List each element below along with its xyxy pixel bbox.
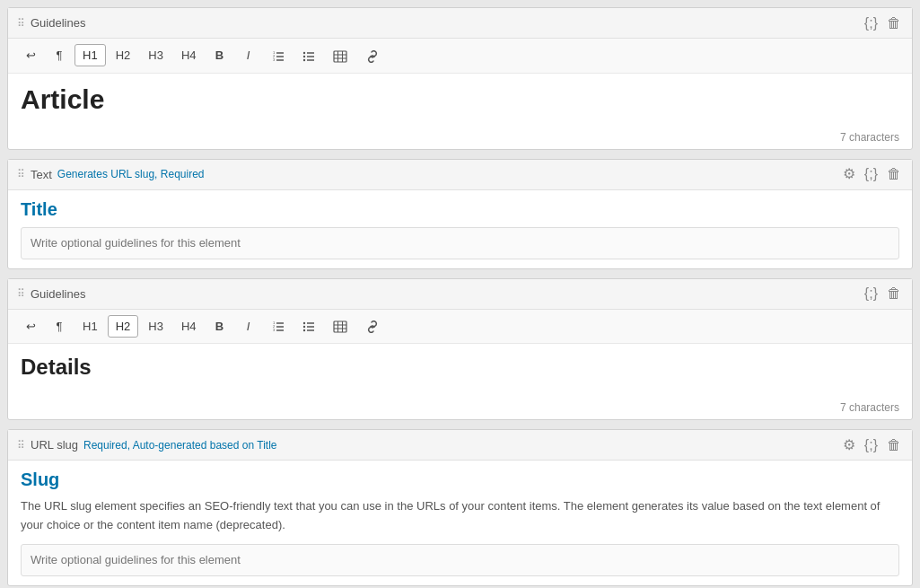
block-header-2: ⠿ Text Generates URL slug, Required ⚙ {;… xyxy=(8,160,912,190)
block-label-2: Text xyxy=(31,168,52,181)
svg-point-27 xyxy=(302,326,304,328)
block-label-4: URL slug xyxy=(31,438,78,452)
undo-button[interactable]: ↩ xyxy=(17,44,44,66)
italic-button[interactable]: I xyxy=(235,44,262,66)
drag-handle[interactable]: ⠿ xyxy=(17,17,25,30)
code-variable-icon-2[interactable]: {;} xyxy=(863,165,880,183)
slug-title: Slug xyxy=(21,470,899,490)
block-label: Guidelines xyxy=(31,16,85,30)
block-actions-2: ⚙ {;} 🗑 xyxy=(841,165,903,183)
toolbar-2: ↩ ¶ H1 H2 H3 H4 B I 1 2 3 xyxy=(8,310,912,345)
block-meta-4: Required, Auto-generated based on Title xyxy=(83,439,276,452)
h2-button-2[interactable]: H2 xyxy=(108,315,139,338)
drag-handle-3[interactable]: ⠿ xyxy=(17,287,25,300)
unordered-list-button[interactable] xyxy=(294,44,323,67)
settings-icon-2[interactable]: ⚙ xyxy=(841,165,857,183)
h4-button[interactable]: H4 xyxy=(173,44,205,66)
code-variable-icon[interactable]: {;} xyxy=(863,14,880,32)
slug-description: The URL slug element specifies an SEO-fr… xyxy=(21,497,899,535)
h3-button[interactable]: H3 xyxy=(140,44,171,66)
block-meta-2: Generates URL slug, Required xyxy=(57,168,205,180)
svg-point-28 xyxy=(302,329,304,331)
text-block-1: ⠿ Text Generates URL slug, Required ⚙ {;… xyxy=(7,159,913,269)
guidelines-block-1: ⠿ Guidelines {;} 🗑 ↩ ¶ H1 H2 H3 H4 B I 1… xyxy=(7,7,913,150)
settings-icon-4[interactable]: ⚙ xyxy=(841,436,857,454)
paragraph-button[interactable]: ¶ xyxy=(46,44,73,66)
italic-button-2[interactable]: I xyxy=(235,315,262,338)
svg-text:3: 3 xyxy=(273,57,276,62)
code-variable-icon-3[interactable]: {;} xyxy=(863,285,880,303)
field-content-2: Title xyxy=(8,190,912,268)
block-label-3: Guidelines xyxy=(31,287,85,301)
drag-handle-4[interactable]: ⠿ xyxy=(17,439,25,452)
guidelines-block-2: ⠿ Guidelines {;} 🗑 ↩ ¶ H1 H2 H3 H4 B I 1… xyxy=(7,278,913,421)
undo-button-2[interactable]: ↩ xyxy=(17,315,44,338)
urlslug-block-1: ⠿ URL slug Required, Auto-generated base… xyxy=(7,429,913,586)
content-area-2[interactable]: Details xyxy=(8,344,912,398)
h4-button-2[interactable]: H4 xyxy=(173,315,205,338)
content-heading-2: Details xyxy=(21,355,899,380)
ordered-list-button-2[interactable]: 1 2 3 xyxy=(264,315,293,338)
field-title-2: Title xyxy=(21,199,899,220)
block-actions-4: ⚙ {;} 🗑 xyxy=(841,436,903,454)
block-actions-3: {;} 🗑 xyxy=(863,285,903,303)
svg-point-26 xyxy=(302,322,304,324)
guidelines-input-4[interactable] xyxy=(21,544,899,576)
ordered-list-button[interactable]: 1 2 3 xyxy=(264,44,293,67)
block-actions: {;} 🗑 xyxy=(863,14,903,32)
h2-button[interactable]: H2 xyxy=(108,44,139,66)
table-button[interactable] xyxy=(325,44,355,67)
field-content-4: Slug The URL slug element specifies an S… xyxy=(8,461,912,585)
svg-point-11 xyxy=(302,58,304,60)
block-header-1: ⠿ Guidelines {;} 🗑 xyxy=(8,8,912,39)
block-header-3: ⠿ Guidelines {;} 🗑 xyxy=(8,279,912,310)
table-button-2[interactable] xyxy=(325,315,355,338)
char-count-2: 7 characters xyxy=(8,398,912,419)
guidelines-input-2[interactable] xyxy=(21,227,899,259)
h3-button-2[interactable]: H3 xyxy=(140,315,171,338)
code-variable-icon-4[interactable]: {;} xyxy=(863,436,880,454)
svg-rect-12 xyxy=(334,51,346,62)
bold-button[interactable]: B xyxy=(206,44,233,66)
drag-handle-2[interactable]: ⠿ xyxy=(17,168,25,180)
content-area-1[interactable]: Article xyxy=(8,74,912,127)
h1-button-2[interactable]: H1 xyxy=(74,315,106,338)
svg-point-9 xyxy=(302,51,304,53)
paragraph-button-2[interactable]: ¶ xyxy=(46,315,73,338)
unordered-list-button-2[interactable] xyxy=(294,315,323,338)
link-button-2[interactable] xyxy=(357,315,388,338)
link-button[interactable] xyxy=(357,44,388,67)
svg-text:3: 3 xyxy=(273,328,276,332)
toolbar-1: ↩ ¶ H1 H2 H3 H4 B I 1 2 3 xyxy=(8,39,912,74)
delete-icon-2[interactable]: 🗑 xyxy=(885,165,903,183)
char-count-1: 7 characters xyxy=(8,127,912,149)
h1-button[interactable]: H1 xyxy=(74,44,106,66)
delete-icon-3[interactable]: 🗑 xyxy=(885,285,903,303)
block-header-4: ⠿ URL slug Required, Auto-generated base… xyxy=(8,430,912,461)
svg-rect-29 xyxy=(334,321,346,332)
bold-button-2[interactable]: B xyxy=(206,315,233,338)
delete-icon[interactable]: 🗑 xyxy=(885,14,903,32)
content-heading-1: Article xyxy=(21,84,899,115)
delete-icon-4[interactable]: 🗑 xyxy=(885,436,903,454)
svg-point-10 xyxy=(302,55,304,57)
